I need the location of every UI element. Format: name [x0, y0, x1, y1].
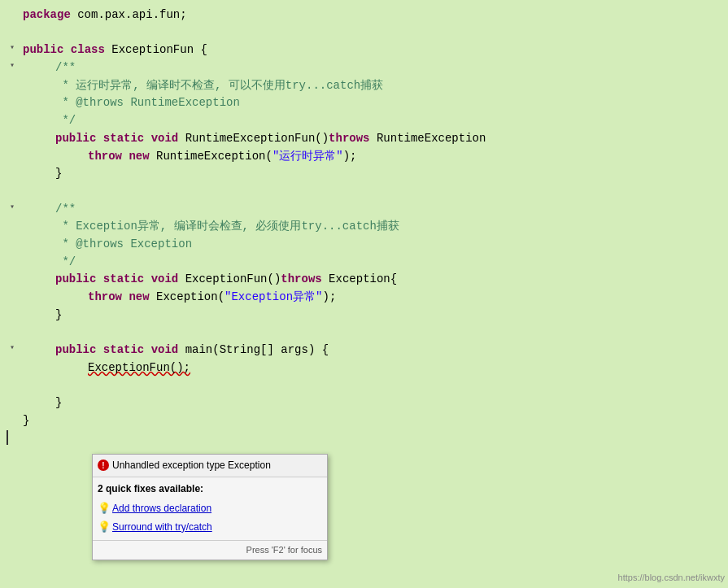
keyword: public: [55, 343, 96, 356]
line-content: [23, 324, 728, 342]
keyword: public: [23, 43, 63, 56]
text: }: [55, 308, 62, 321]
error-text: ExceptionFun();: [88, 361, 190, 374]
fix2-link[interactable]: Surround with try/catch: [112, 520, 212, 535]
code-line-8: public static void RuntimeExceptionFun()…: [7, 130, 728, 148]
fix1-icon: 💡: [98, 503, 109, 514]
code-line-blank-1: [7, 24, 728, 42]
line-content-20: public static void main(String[] args) {: [23, 342, 728, 359]
text: RuntimeException: [370, 132, 486, 145]
code-line-16: public static void ExceptionFun()throws …: [7, 271, 728, 289]
keyword: new: [129, 290, 149, 303]
keyword: void: [151, 132, 179, 145]
text: com.pax.api.fun;: [71, 8, 187, 21]
text: [96, 272, 102, 285]
collapse-icon-4[interactable]: ▾: [10, 59, 15, 72]
keyword: public: [55, 272, 96, 285]
code-line-13: * Exception异常, 编译时会检查, 必须使用try...catch捕获: [7, 218, 728, 236]
keyword: package: [23, 8, 71, 21]
code-line-23: }: [7, 394, 728, 412]
comment: * Exception异常, 编译时会检查, 必须使用try...catch捕获: [55, 220, 399, 233]
code-line-20: ▾ public static void main(String[] args)…: [7, 342, 728, 359]
line-content-17: throw new Exception("Exception异常");: [23, 289, 728, 307]
line-content-4: /**: [23, 59, 728, 77]
code-area: package com.pax.api.fun; ▾ public class …: [0, 0, 728, 588]
fixes-label: 2 quick fixes available:: [98, 481, 322, 497]
text: [144, 132, 150, 145]
line-content-10: }: [23, 165, 728, 183]
line-content-24: }: [23, 412, 728, 430]
string: "运行时异常": [272, 150, 343, 163]
quick-fix-popup: ! Unhandled exception type Exception 2 q…: [92, 454, 328, 560]
comment: /**: [55, 203, 76, 216]
gutter-3: ▾: [10, 41, 21, 54]
gutter-20: ▾: [10, 342, 21, 355]
code-line-7: */: [7, 112, 728, 130]
code-line-21: ExceptionFun();: [7, 359, 728, 377]
text: Exception{: [322, 272, 397, 285]
keyword: void: [151, 272, 179, 285]
code-line-12: ▾ /**: [7, 201, 728, 219]
line-content-16: public static void ExceptionFun()throws …: [23, 271, 728, 289]
collapse-icon-12[interactable]: ▾: [10, 201, 15, 214]
code-line-17: throw new Exception("Exception异常");: [7, 289, 728, 307]
text: }: [55, 167, 62, 180]
fix1-link[interactable]: Add throws declaration: [112, 501, 211, 516]
line-content: [23, 183, 728, 201]
collapse-icon[interactable]: ▾: [10, 41, 15, 54]
code-line-14: * @throws Exception: [7, 236, 728, 254]
keyword: class: [71, 43, 105, 56]
text: main(String[] args) {: [178, 343, 329, 356]
text: Exception(: [150, 290, 225, 303]
collapse-icon-20[interactable]: ▾: [10, 342, 15, 355]
keyword: static: [103, 132, 144, 145]
text: ExceptionFun {: [105, 43, 207, 56]
code-line-18: }: [7, 307, 728, 324]
code-line-blank-3: [7, 324, 728, 342]
code-line-3: ▾ public class ExceptionFun {: [7, 41, 728, 59]
text: );: [343, 150, 357, 163]
line-content-23: }: [23, 394, 728, 412]
keyword: new: [129, 150, 149, 163]
fix1-item[interactable]: 💡 Add throws declaration: [98, 499, 322, 518]
comment: * 运行时异常, 编译时不检查, 可以不使用try...catch捕获: [55, 79, 383, 92]
text: [96, 343, 102, 356]
code-line-24: }: [7, 412, 728, 430]
keyword: public: [55, 132, 96, 145]
fix2-item[interactable]: 💡 Surround with try/catch: [98, 518, 322, 537]
comment: * @throws Exception: [55, 237, 192, 250]
comment: */: [55, 255, 76, 268]
text: ExceptionFun(): [178, 272, 281, 285]
text: [144, 272, 150, 285]
text: }: [55, 396, 62, 409]
popup-header: ! Unhandled exception type Exception: [93, 455, 327, 477]
line-content-13: * Exception异常, 编译时会检查, 必须使用try...catch捕获: [23, 218, 728, 236]
keyword: static: [103, 343, 144, 356]
keyword: throws: [329, 132, 369, 145]
line-content-14: * @throws Exception: [23, 236, 728, 254]
line-content-5: * 运行时异常, 编译时不检查, 可以不使用try...catch捕获: [23, 77, 728, 95]
line-content-15: */: [23, 254, 728, 272]
line-content-21: ExceptionFun();: [23, 359, 728, 377]
line-content-1: package com.pax.api.fun;: [23, 7, 728, 24]
line-content-12: /**: [23, 201, 728, 219]
text: }: [23, 414, 29, 427]
line-content-9: throw new RuntimeException("运行时异常");: [23, 148, 728, 166]
comment: * @throws RuntimeException: [55, 96, 240, 109]
keyword: throw: [88, 150, 122, 163]
text: );: [322, 290, 336, 303]
line-content-8: public static void RuntimeExceptionFun()…: [23, 130, 728, 148]
error-icon: !: [98, 460, 109, 471]
popup-body: 2 quick fixes available: 💡 Add throws de…: [93, 477, 327, 541]
text: RuntimeException(: [150, 150, 272, 163]
code-line-blank-4: [7, 377, 728, 394]
line-content-6: * @throws RuntimeException: [23, 94, 728, 112]
keyword: static: [103, 272, 144, 285]
error-icon-text: !: [102, 460, 104, 473]
popup-header-text: Unhandled exception type Exception: [112, 458, 271, 473]
text: [63, 43, 70, 56]
code-line-10: }: [7, 165, 728, 183]
code-line-1: package com.pax.api.fun;: [7, 7, 728, 24]
comment: */: [55, 114, 76, 127]
text: [144, 343, 150, 356]
